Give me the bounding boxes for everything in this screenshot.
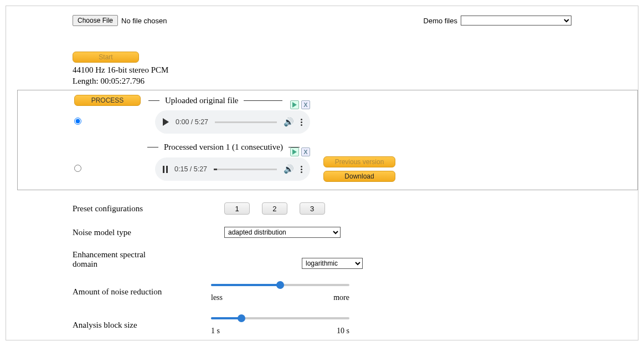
processed-track-radio[interactable]	[74, 165, 81, 172]
more-icon[interactable]	[301, 166, 302, 173]
slider-right-label: 10 s	[337, 327, 349, 335]
legend-line	[148, 100, 159, 101]
block-size-slider[interactable]	[211, 314, 349, 322]
play-icon[interactable]	[163, 118, 169, 126]
process-button[interactable]: PROCESS	[74, 95, 141, 106]
block-size-label: Analysis block size	[73, 320, 211, 330]
choose-file-button[interactable]: Choose File	[73, 15, 118, 26]
preset-1-button[interactable]: 1	[224, 202, 250, 215]
noise-model-select[interactable]: adapted distribution	[224, 227, 341, 238]
slider-left-label: less	[211, 293, 223, 302]
legend-line	[244, 100, 282, 101]
spectral-domain-select[interactable]: logarithmic	[302, 258, 363, 269]
slider-left-label: 1 s	[211, 327, 220, 335]
download-button[interactable]: Download	[323, 171, 395, 182]
original-legend-text: Uploaded original file	[165, 96, 238, 105]
volume-icon[interactable]: 🔊	[284, 164, 294, 174]
pause-icon[interactable]	[163, 166, 168, 173]
start-button[interactable]: Start	[73, 52, 139, 63]
legend-line	[147, 147, 158, 147]
slider-right-label: more	[333, 293, 349, 302]
more-icon[interactable]	[301, 119, 302, 126]
file-chooser: Choose File No file chosen	[73, 15, 167, 26]
player-corner-controls: X	[290, 147, 310, 156]
volume-icon[interactable]: 🔊	[284, 117, 294, 127]
original-audio-player[interactable]: X 0:00 / 5:27 🔊	[155, 110, 310, 134]
original-time-text: 0:00 / 5:27	[176, 118, 208, 126]
popout-close-icon[interactable]: X	[301, 147, 310, 156]
audio-format-text: 44100 Hz 16-bit stereo PCM	[73, 65, 627, 76]
player-corner-controls: X	[290, 100, 310, 109]
noise-reduction-slider[interactable]	[211, 281, 349, 289]
preset-3-button[interactable]: 3	[300, 202, 325, 215]
demo-files-label: Demo files	[424, 17, 457, 25]
processed-time-text: 0:15 / 5:27	[174, 165, 207, 173]
processed-progress-bar[interactable]	[214, 169, 277, 170]
processed-legend-text: Processed version 1 (1 consecutive)	[164, 143, 283, 152]
player-panel: PROCESS Uploaded original file X	[17, 90, 638, 190]
popout-close-icon[interactable]: X	[301, 100, 310, 109]
spectral-domain-label: Enhancement spectral domain	[73, 250, 164, 269]
original-track-radio[interactable]	[74, 118, 81, 125]
popout-play-icon[interactable]	[290, 147, 299, 156]
original-progress-bar[interactable]	[215, 121, 277, 123]
file-status-text: No file chosen	[121, 17, 167, 25]
previous-version-button[interactable]: Previous version	[323, 156, 395, 167]
preset-label: Preset configurations	[73, 204, 211, 213]
demo-files-select[interactable]	[461, 16, 571, 26]
audio-length-text: Length: 00:05:27.796	[73, 76, 627, 87]
noise-model-label: Noise model type	[73, 228, 211, 237]
noise-reduction-label: Amount of noise reduction	[73, 287, 211, 297]
popout-play-icon[interactable]	[290, 100, 299, 109]
processed-audio-player[interactable]: X 0:15 / 5:27 🔊	[155, 157, 310, 181]
preset-2-button[interactable]: 2	[262, 202, 287, 215]
